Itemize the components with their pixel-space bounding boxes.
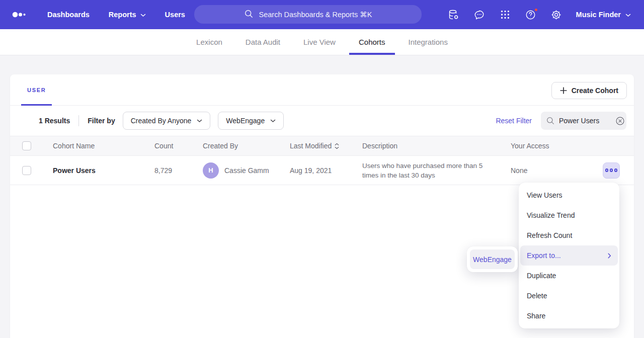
tab-integrations[interactable]: Integrations [407,29,449,55]
col-cohort-name: Cohort Name [53,142,154,150]
nav-item-dashboards[interactable]: Dashboards [47,11,90,19]
tab-user-cohorts[interactable]: USER [21,74,52,106]
settings-gear-icon[interactable] [550,9,562,21]
global-search-placeholder: Search Dashboards & Reports ⌘K [259,11,372,19]
tab-cohorts[interactable]: Cohorts [357,29,387,55]
top-nav: Dashboards Reports Users Search Dashboar… [0,0,644,29]
mixpanel-logo-icon[interactable] [12,11,30,18]
menu-item-view-users[interactable]: View Users [519,185,619,205]
avatar: H [203,162,219,179]
row-actions-kebab-icon[interactable] [603,162,620,179]
panel-header: USER Create Cohort [10,74,634,106]
col-last-modified[interactable]: Last Modified [290,142,362,150]
count-cell: 8,729 [154,166,203,175]
tab-data-audit[interactable]: Data Audit [244,29,282,55]
row-checkbox[interactable] [22,166,31,175]
chevron-down-icon [197,119,202,123]
row-actions-menu: View Users Visualize Trend Refresh Count… [519,183,619,328]
cohort-search-box [541,112,626,130]
filter-bar: 1 Results Filter by Created By Anyone We… [10,106,634,136]
menu-item-duplicate[interactable]: Duplicate [519,266,619,286]
section-tabbar: Lexicon Data Audit Live View Cohorts Int… [0,29,644,55]
global-search-bar[interactable]: Search Dashboards & Reports ⌘K [194,5,422,24]
menu-item-share[interactable]: Share [519,306,619,326]
project-name: Music Finder [576,11,621,19]
menu-item-delete[interactable]: Delete [519,286,619,306]
table-row[interactable]: Power Users 8,729 H Cassie Gamm Aug 19, … [10,156,634,185]
source-filter-dropdown[interactable]: WebEngage [218,112,284,130]
col-created-by: Created By [203,142,290,150]
search-icon [546,116,555,125]
menu-item-visualize-trend[interactable]: Visualize Trend [519,205,619,225]
col-your-access: Your Access [511,142,571,150]
search-icon [244,9,254,20]
chevron-down-icon [625,11,631,19]
col-last-modified-label: Last Modified [290,142,332,150]
project-switcher[interactable]: Music Finder [576,11,631,19]
filter-by-label: Filter by [88,117,115,125]
description-cell: Users who have purchased more than 5 tim… [362,161,511,180]
table-header-row: Cohort Name Count Created By Last Modifi… [10,136,634,156]
created-by-cell: H Cassie Gamm [203,162,290,179]
select-all-checkbox[interactable] [22,141,31,150]
clear-search-icon[interactable] [615,116,625,126]
tab-live-view[interactable]: Live View [302,29,337,55]
create-cohort-label: Create Cohort [572,87,618,95]
col-description: Description [362,142,511,150]
nav-item-reports-label: Reports [109,11,136,19]
cohort-search-input[interactable] [559,117,611,125]
tab-lexicon[interactable]: Lexicon [195,29,224,55]
export-to-label: Export to... [527,251,561,260]
reset-filter-link[interactable]: Reset Filter [496,117,532,125]
export-submenu: WebEngage [467,246,518,272]
menu-item-export-to[interactable]: Export to... [520,245,618,266]
sort-icon [335,143,339,149]
created-by-filter-dropdown[interactable]: Created By Anyone [123,112,211,130]
menu-item-refresh-count[interactable]: Refresh Count [519,225,619,245]
your-access-cell: None [511,166,571,175]
created-by-filter-value: Created By Anyone [131,117,192,125]
nav-item-users[interactable]: Users [165,11,185,19]
chevron-down-icon [140,11,146,19]
data-management-icon[interactable] [448,9,460,21]
creator-name: Cassie Gamm [224,166,269,175]
create-cohort-button[interactable]: Create Cohort [551,82,627,99]
plus-icon [560,87,567,94]
results-count: 1 Results [39,117,70,125]
apps-grid-icon[interactable] [499,9,511,21]
notification-badge [534,8,538,12]
messages-icon[interactable] [473,9,486,21]
chevron-right-icon [608,253,611,259]
source-filter-value: WebEngage [226,117,265,125]
chevron-down-icon [270,119,276,123]
last-modified-cell: Aug 19, 2021 [290,166,362,175]
submenu-item-webengage[interactable]: WebEngage [470,249,515,269]
help-icon[interactable] [525,9,537,21]
nav-item-reports[interactable]: Reports [109,11,146,19]
cohort-name-cell: Power Users [53,166,154,175]
col-count: Count [154,142,203,150]
divider [78,115,79,126]
